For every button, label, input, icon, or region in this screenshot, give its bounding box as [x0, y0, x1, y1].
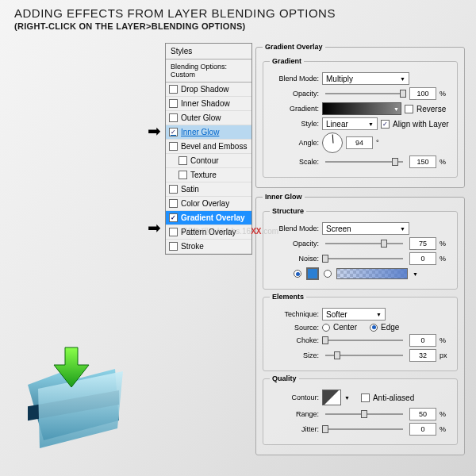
opacity-label: Opacity: [270, 240, 319, 248]
style-row-pattern-overlay[interactable]: Pattern Overlay [166, 225, 251, 240]
style-label: Satin [181, 185, 199, 194]
style-row-inner-glow[interactable]: ✓Inner Glow [166, 125, 251, 140]
scale-label: Scale: [270, 158, 319, 166]
style-row-outer-glow[interactable]: Outer Glow [166, 111, 251, 125]
noise-input[interactable] [409, 252, 436, 265]
unit-label: % [440, 336, 451, 344]
style-row-drop-shadow[interactable]: Drop Shadow [166, 83, 251, 97]
gradient-radio[interactable] [324, 270, 332, 278]
angle-input[interactable] [346, 136, 373, 149]
reverse-checkbox[interactable] [405, 105, 413, 113]
opacity-slider[interactable] [325, 93, 403, 94]
style-label: Contour [190, 156, 219, 165]
chevron-down-icon[interactable]: ▼ [344, 395, 350, 401]
chevron-down-icon: ▼ [400, 226, 405, 232]
checkbox[interactable] [169, 185, 178, 194]
choke-slider[interactable] [325, 340, 403, 341]
scale-slider[interactable] [325, 161, 403, 163]
unit-label: % [440, 240, 451, 248]
blending-options-row[interactable]: Blending Options: Custom [166, 60, 251, 83]
antialias-checkbox[interactable] [361, 393, 370, 402]
jitter-input[interactable] [409, 423, 436, 436]
contour-picker[interactable] [322, 390, 341, 405]
noise-label: Noise: [270, 255, 319, 263]
range-slider[interactable] [325, 413, 403, 415]
color-swatch[interactable] [306, 267, 319, 280]
technique-select[interactable]: Softer▼ [322, 308, 386, 321]
style-select[interactable]: Linear▼ [322, 117, 378, 130]
opacity-label: Opacity: [270, 90, 319, 98]
checkbox[interactable] [169, 99, 178, 108]
style-row-inner-shadow[interactable]: Inner Shadow [166, 97, 251, 111]
checkbox[interactable] [169, 228, 178, 236]
checkbox[interactable]: ✓ [169, 213, 178, 222]
style-label: Stroke [181, 242, 204, 251]
style-label: Gradient Overlay [181, 213, 245, 222]
subgroup-legend: Elements [270, 293, 306, 301]
styles-header: Styles [166, 44, 251, 60]
style-label: Outer Glow [181, 113, 221, 122]
options-panel: Gradient Overlay Gradient Blend Mode: Mu… [255, 43, 465, 460]
checkbox[interactable] [169, 242, 178, 251]
checkbox[interactable] [169, 85, 178, 94]
checkbox[interactable]: ✓ [169, 128, 178, 136]
subgroup-legend: Structure [270, 207, 306, 215]
gradient-picker[interactable]: ▼ [322, 102, 401, 115]
gradient-subgroup: Gradient Blend Mode: Multiply▼ Opacity: … [263, 57, 458, 178]
edge-label: Edge [381, 323, 399, 332]
source-label: Source: [270, 324, 319, 332]
size-slider[interactable] [325, 355, 403, 356]
jitter-slider[interactable] [325, 428, 403, 430]
range-input[interactable] [409, 408, 436, 420]
checkbox[interactable] [178, 171, 187, 179]
style-label: Color Overlay [181, 199, 229, 208]
style-label: Inner Shadow [181, 99, 230, 108]
style-row-color-overlay[interactable]: Color Overlay [166, 197, 251, 211]
group-legend: Gradient Overlay [263, 43, 325, 51]
blend-mode-select[interactable]: Multiply▼ [322, 72, 409, 85]
subgroup-legend: Gradient [270, 57, 304, 65]
blend-mode-select[interactable]: Screen▼ [322, 222, 409, 235]
checkbox[interactable] [178, 156, 187, 165]
align-checkbox[interactable]: ✓ [381, 120, 390, 129]
gradient-overlay-group: Gradient Overlay Gradient Blend Mode: Mu… [255, 43, 465, 188]
opacity-input[interactable] [409, 237, 436, 250]
structure-subgroup: Structure Blend Mode: Screen▼ Opacity: %… [263, 207, 458, 290]
choke-input[interactable] [409, 334, 436, 347]
checkbox[interactable] [169, 199, 178, 208]
style-row-gradient-overlay[interactable]: ✓Gradient Overlay [166, 211, 251, 225]
size-input[interactable] [409, 349, 436, 362]
style-row-texture[interactable]: Texture [166, 168, 251, 182]
opacity-input[interactable] [409, 87, 436, 100]
styles-panel: Styles Blending Options: Custom Drop Sha… [165, 43, 252, 255]
style-row-satin[interactable]: Satin [166, 182, 251, 197]
style-label: Drop Shadow [181, 85, 229, 94]
unit-label: % [440, 425, 451, 433]
blend-mode-label: Blend Mode: [270, 75, 319, 83]
scale-input[interactable] [409, 155, 436, 168]
noise-slider[interactable] [325, 258, 403, 259]
center-radio[interactable] [322, 324, 330, 332]
opacity-slider[interactable] [325, 243, 403, 244]
checkbox[interactable] [169, 142, 178, 151]
gradient-picker[interactable] [336, 268, 408, 279]
unit-label: % [440, 410, 451, 418]
style-row-contour[interactable]: Contour [166, 154, 251, 168]
antialias-label: Anti-aliased [373, 393, 414, 402]
chevron-down-icon: ▼ [376, 312, 382, 317]
unit-label: px [440, 351, 451, 359]
unit-label: ° [376, 139, 387, 147]
style-row-stroke[interactable]: Stroke [166, 240, 251, 254]
unit-label: % [440, 158, 451, 166]
color-radio[interactable] [294, 270, 301, 278]
edge-radio[interactable] [370, 324, 378, 332]
gradient-label: Gradient: [270, 105, 319, 113]
checkbox[interactable] [169, 113, 178, 122]
style-row-bevel[interactable]: Bevel and Emboss [166, 140, 251, 154]
range-label: Range: [270, 410, 319, 418]
subgroup-legend: Quality [270, 374, 299, 382]
style-label: Style: [270, 120, 319, 128]
angle-dial[interactable] [322, 132, 343, 153]
chevron-down-icon[interactable]: ▼ [413, 271, 418, 277]
quality-subgroup: Quality Contour: ▼ Anti-aliased Range: %… [263, 374, 458, 445]
